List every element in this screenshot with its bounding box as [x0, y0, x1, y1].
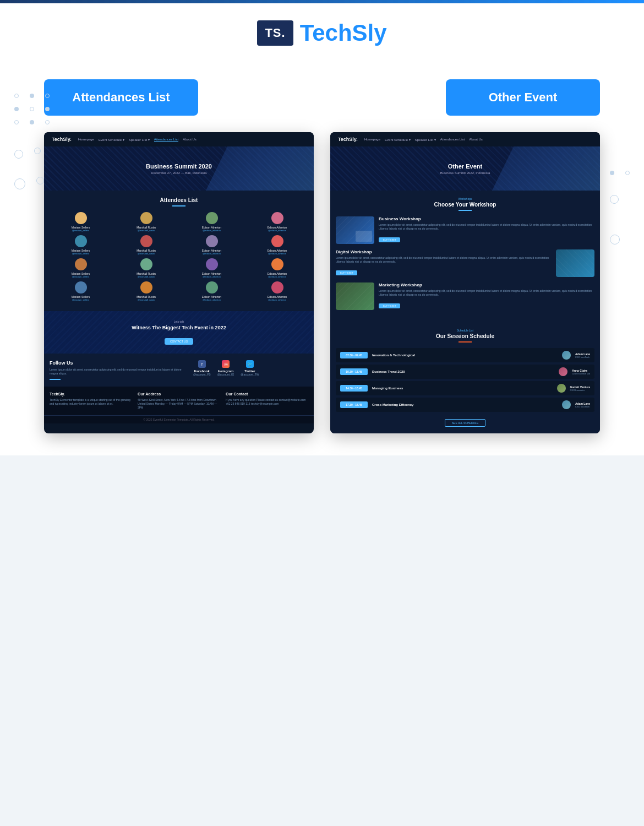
schedule-speaker-avatar-3: [557, 384, 566, 393]
footer-col-address: Our Address 40 West 32nd Street, New Yor…: [138, 392, 220, 410]
right-nav-logo: TechSly.: [338, 137, 358, 142]
schedule-event-2: Business Trend 2020: [372, 370, 554, 373]
schedule-time-1: 07.30 - 09.45: [340, 352, 368, 358]
footer-brand-title: TechSly.: [50, 392, 132, 396]
attendee-item: Edison Atherton @edison_atherton: [181, 235, 243, 255]
digital-workshop-desc: Lorem ipsum dolor sit amet, consectetur …: [336, 256, 552, 263]
schedule-speaker-info-1: Adam Lane CEO InnoTech: [575, 352, 590, 358]
digital-workshop-name: Digital Workshop: [336, 249, 552, 254]
workshop-title: Choose Your Workshop: [336, 202, 594, 208]
footer-copyright: © 2022 Eventful Elementor Template. All …: [44, 415, 314, 423]
business-workshop-desc: Lorem ipsum dolor sit amet, consectetur …: [379, 223, 594, 230]
header: TS. TechSly: [0, 3, 644, 57]
cta-sub: Lets talk: [50, 320, 308, 323]
other-event-button[interactable]: Other Event: [446, 79, 600, 116]
left-hero-sub: December 27, 2022 — Bali, Indonesia: [151, 171, 206, 175]
attendee-item: Marshall Rustin @marshall_rustin: [115, 281, 177, 301]
digital-workshop-btn[interactable]: BUY TICKET: [336, 270, 357, 275]
schedule-event-3: Managing Business: [372, 387, 553, 390]
schedule-time-4: 17.30 - 18.45: [340, 401, 368, 408]
workshops-section: Workshops Choose Your Workshop Business …: [330, 191, 600, 322]
attendee-item: Edison Atherton @edison_atherton: [246, 281, 308, 301]
footer-col-brand: TechSly. TechSly Elementor template is a…: [50, 392, 132, 410]
attendee-item: Mariam Sellers @mariam_sellers: [50, 212, 112, 232]
preview-cards: TechSly. Homepage Event Schedule ▾ Speak…: [33, 132, 611, 433]
digital-workshop: Digital Workshop Lorem ipsum dolor sit a…: [336, 249, 594, 277]
follow-section: Follow Us Lorem ipsum dolor sit amet, co…: [44, 354, 314, 387]
attendances-card: TechSly. Homepage Event Schedule ▾ Speak…: [44, 132, 314, 433]
schedule-underline: [459, 341, 472, 343]
left-nav-links: Homepage Event Schedule ▾ Speaker List ▾…: [78, 138, 197, 142]
schedule-speaker-info-3: Garrett Ventura CEO Innovator: [570, 385, 590, 392]
attendee-item: Edison Atherton @edison_atherton: [181, 258, 243, 278]
social-items: f Facebook @account_FB ◎ Instagram @acco…: [193, 360, 308, 380]
logo-box: TS.: [257, 20, 293, 46]
follow-underline: [50, 379, 61, 380]
facebook-icon: f: [198, 360, 206, 368]
footer-address-text: 40 West 32nd Street, New York 4.8 no / 7…: [138, 398, 220, 410]
marketing-workshop: Marketing Workshop Lorem ipsum dolor sit…: [336, 282, 594, 310]
facebook-social: f Facebook @account_FB: [193, 360, 211, 376]
attendee-item: Mariam Sellers @mariam_sellers: [50, 258, 112, 278]
left-card-nav: TechSly. Homepage Event Schedule ▾ Speak…: [44, 132, 314, 146]
left-nav-logo: TechSly.: [52, 137, 72, 142]
marketing-workshop-name: Marketing Workshop: [379, 282, 594, 287]
right-hero-title: Other Event: [448, 163, 482, 170]
attendances-list-button[interactable]: Attendances List: [44, 79, 198, 116]
attendee-item: Edison Atherton @edison_atherton: [246, 235, 308, 255]
section-labels: Attendances List Other Event: [33, 79, 611, 116]
attendee-item: Mariam Sellers @mariam_sellers: [50, 281, 112, 301]
marketing-workshop-info: Marketing Workshop Lorem ipsum dolor sit…: [379, 282, 594, 309]
workshop-underline: [459, 210, 472, 211]
left-card-footer: TechSly. TechSly Elementor template is a…: [44, 387, 314, 415]
attendees-underline: [172, 205, 185, 206]
follow-text: Lorem ipsum dolor sit amet, consectetur …: [50, 368, 188, 376]
schedule-speaker-avatar-4: [562, 400, 571, 409]
right-card-nav: TechSly. Homepage Event Schedule ▾ Speak…: [330, 132, 600, 146]
instagram-social: ◎ Instagram @account_IG: [217, 360, 234, 376]
attendee-item: Mariam Sellers @mariam_sellers: [50, 235, 112, 255]
cta-button[interactable]: CONTACT US: [165, 338, 193, 345]
schedule-speaker-role-3: CEO Innovator: [570, 389, 590, 392]
attendees-grid-2: Mariam Sellers @mariam_sellers Marshall …: [50, 258, 308, 301]
attendee-item: Marshall Rustin @marshall_rustin: [115, 235, 177, 255]
left-hero-title: Business Summit 2020: [146, 163, 212, 170]
main-area: Attendances List Other Event TechSly. Ho…: [0, 57, 644, 455]
schedule-title: Our Session Schedule: [336, 333, 594, 339]
facebook-handle: @account_FB: [193, 373, 211, 376]
follow-title: Follow Us: [50, 360, 188, 366]
attendee-item: Edison Atherton @edison_atherton: [246, 258, 308, 278]
left-card-hero: Business Summit 2020 December 27, 2022 —…: [44, 146, 314, 191]
right-nav-links: Homepage Event Schedule ▾ Speaker List ▾…: [364, 138, 483, 142]
schedule-speaker-role-4: CEO InnoTech: [575, 405, 590, 408]
schedule-time-3: 14.30 - 16.45: [340, 385, 368, 392]
twitter-social: 🐦 Twitter @account_TW: [241, 360, 259, 376]
see-all-btn[interactable]: SEE ALL SCHEDULE: [445, 419, 485, 427]
attendees-grid: Mariam Sellers @mariam_sellers Marshall …: [50, 212, 308, 255]
footer-col-contact: Our Contact If you have any question Ple…: [226, 392, 308, 410]
instagram-icon: ◎: [222, 360, 230, 368]
schedule-event-1: Innovation & Technological: [372, 354, 558, 357]
business-workshop-img: [336, 216, 374, 244]
instagram-handle: @account_IG: [217, 373, 234, 376]
business-workshop-btn[interactable]: BUY TICKET: [379, 237, 400, 242]
schedule-speaker-info-4: Adam Lane CEO InnoTech: [575, 402, 590, 408]
attendee-item: Edison Atherton @edison_atherton: [181, 212, 243, 232]
business-workshop: Business Workshop Lorem ipsum dolor sit …: [336, 216, 594, 244]
marketing-workshop-img: [336, 282, 374, 310]
marketing-workshop-btn[interactable]: BUY TICKET: [379, 303, 400, 308]
attendee-item: Marshall Rustin @marshall_rustin: [115, 212, 177, 232]
schedule-sub: Schedule List: [336, 329, 594, 332]
other-event-card: TechSly. Homepage Event Schedule ▾ Speak…: [330, 132, 600, 433]
schedule-event-4: Cross Marketing Efficency: [372, 403, 558, 406]
schedule-speaker-info-2: Anna Clairs CEO InnoTech Ltd: [572, 369, 590, 375]
footer-contact-title: Our Contact: [226, 392, 308, 396]
attendee-item: Edison Atherton @edison_atherton: [246, 212, 308, 232]
schedule-speaker-avatar-1: [562, 351, 571, 360]
attendees-title: Attendees List: [50, 197, 308, 203]
schedule-speaker-role-2: CEO InnoTech Ltd: [572, 372, 590, 375]
schedule-speaker-avatar-2: [559, 367, 567, 376]
right-card-hero: Other Event Business Summit 2022, Indone…: [330, 146, 600, 191]
schedule-row-4: 17.30 - 18.45 Cross Marketing Efficency …: [336, 398, 594, 412]
schedule-speaker-role-1: CEO InnoTech: [575, 356, 590, 358]
